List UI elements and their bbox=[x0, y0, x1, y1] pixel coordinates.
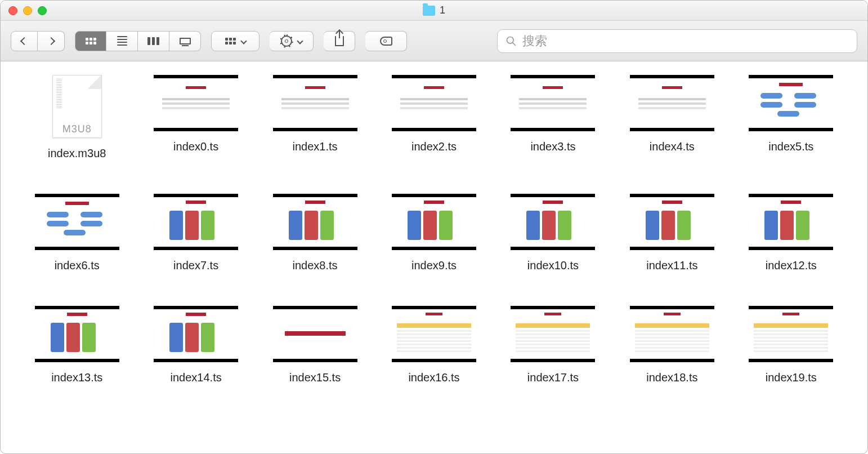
window-title-text: 1 bbox=[440, 5, 445, 16]
file-item[interactable]: index5.ts bbox=[737, 75, 845, 160]
file-thumbnail-video bbox=[273, 194, 357, 250]
view-column-button[interactable] bbox=[138, 31, 169, 51]
view-icon-button[interactable] bbox=[75, 31, 106, 51]
file-name: index16.ts bbox=[408, 371, 459, 384]
file-name: index10.ts bbox=[527, 259, 579, 272]
minimize-window-button[interactable] bbox=[23, 6, 32, 15]
back-button[interactable] bbox=[11, 31, 38, 51]
file-item[interactable]: index9.ts bbox=[380, 194, 487, 272]
file-item[interactable]: index11.ts bbox=[618, 194, 726, 272]
file-thumbnail-video bbox=[392, 194, 476, 250]
file-item[interactable]: index2.ts bbox=[380, 75, 487, 160]
close-window-button[interactable] bbox=[8, 6, 17, 15]
file-thumbnail-video bbox=[273, 75, 357, 131]
file-name: index19.ts bbox=[766, 371, 817, 384]
file-name: index7.ts bbox=[173, 259, 218, 272]
folder-icon bbox=[423, 6, 435, 16]
list-view-icon bbox=[117, 36, 127, 46]
file-item[interactable]: M3U8index.m3u8 bbox=[23, 75, 131, 160]
file-name: index13.ts bbox=[51, 371, 102, 384]
file-name: index.m3u8 bbox=[48, 147, 106, 160]
view-gallery-button[interactable] bbox=[169, 31, 201, 51]
file-name: index8.ts bbox=[293, 259, 338, 272]
file-name: index14.ts bbox=[171, 371, 222, 384]
file-name: index15.ts bbox=[289, 371, 341, 384]
file-item[interactable]: index17.ts bbox=[499, 306, 607, 384]
file-thumbnail-video bbox=[630, 75, 714, 131]
file-thumbnail-video bbox=[35, 194, 119, 250]
file-name: index12.ts bbox=[766, 259, 817, 272]
file-thumbnail-video bbox=[749, 194, 833, 250]
search-wrap: 搜索 bbox=[417, 29, 857, 53]
file-item[interactable]: index15.ts bbox=[261, 306, 369, 384]
gallery-view-icon bbox=[180, 38, 191, 44]
toolbar: 搜索 bbox=[1, 21, 867, 61]
window-title: 1 bbox=[423, 5, 445, 16]
file-thumbnail-video bbox=[749, 306, 833, 362]
file-thumbnail-video bbox=[630, 194, 714, 250]
view-mode-buttons bbox=[75, 31, 201, 51]
share-icon bbox=[335, 36, 344, 46]
search-placeholder: 搜索 bbox=[522, 33, 547, 50]
file-item[interactable]: index4.ts bbox=[618, 75, 726, 160]
tags-button[interactable] bbox=[365, 31, 407, 51]
zoom-window-button[interactable] bbox=[38, 6, 47, 15]
nav-buttons bbox=[11, 31, 65, 51]
file-item[interactable]: index1.ts bbox=[261, 75, 369, 160]
icon-view-icon bbox=[86, 38, 96, 44]
file-name: index17.ts bbox=[527, 371, 579, 384]
titlebar: 1 bbox=[1, 1, 867, 21]
file-name: index3.ts bbox=[530, 140, 575, 153]
finder-window: 1 bbox=[0, 0, 868, 454]
file-thumbnail-video bbox=[749, 75, 833, 131]
file-grid[interactable]: M3U8index.m3u8index0.tsindex1.tsindex2.t… bbox=[1, 61, 867, 453]
file-name: index4.ts bbox=[650, 140, 695, 153]
arrange-icon bbox=[225, 38, 236, 44]
file-item[interactable]: index6.ts bbox=[23, 194, 131, 272]
file-name: index2.ts bbox=[411, 140, 457, 153]
chevron-down-icon bbox=[240, 38, 247, 44]
file-name: index9.ts bbox=[411, 259, 457, 272]
tag-icon bbox=[380, 37, 392, 46]
file-name: index1.ts bbox=[293, 140, 338, 153]
file-item[interactable]: index7.ts bbox=[142, 194, 249, 272]
search-icon bbox=[505, 35, 517, 47]
file-item[interactable]: index13.ts bbox=[23, 306, 131, 384]
file-item[interactable]: index19.ts bbox=[737, 306, 845, 384]
file-thumbnail-video bbox=[392, 306, 476, 362]
view-list-button[interactable] bbox=[106, 31, 138, 51]
file-item[interactable]: index10.ts bbox=[499, 194, 607, 272]
file-item[interactable]: index0.ts bbox=[142, 75, 249, 160]
file-thumbnail-video bbox=[511, 75, 595, 131]
share-button[interactable] bbox=[324, 31, 355, 51]
file-name: index11.ts bbox=[646, 259, 697, 272]
search-field[interactable]: 搜索 bbox=[497, 29, 857, 53]
file-name: index6.ts bbox=[55, 259, 100, 272]
file-item[interactable]: index3.ts bbox=[499, 75, 607, 160]
file-thumbnail-document: M3U8 bbox=[52, 75, 102, 138]
chevron-down-icon bbox=[297, 38, 303, 44]
file-item[interactable]: index18.ts bbox=[618, 306, 726, 384]
arrange-button[interactable] bbox=[211, 31, 259, 51]
file-name: index18.ts bbox=[646, 371, 697, 384]
file-thumbnail-video bbox=[511, 194, 595, 250]
file-thumbnail-video bbox=[273, 306, 357, 362]
file-item[interactable]: index16.ts bbox=[380, 306, 487, 384]
gear-icon bbox=[281, 35, 292, 47]
action-menu-button[interactable] bbox=[270, 31, 314, 51]
file-thumbnail-video bbox=[511, 306, 595, 362]
forward-button[interactable] bbox=[38, 31, 65, 51]
file-thumbnail-video bbox=[154, 194, 238, 250]
file-thumbnail-video bbox=[630, 306, 714, 362]
file-thumbnail-video bbox=[35, 306, 119, 362]
column-view-icon bbox=[147, 37, 159, 45]
file-item[interactable]: index14.ts bbox=[142, 306, 249, 384]
svg-line-1 bbox=[513, 42, 516, 45]
file-name: index5.ts bbox=[768, 140, 813, 153]
file-name: index0.ts bbox=[173, 140, 218, 153]
file-item[interactable]: index8.ts bbox=[261, 194, 369, 272]
file-thumbnail-video bbox=[392, 75, 476, 131]
window-controls bbox=[8, 6, 47, 15]
file-item[interactable]: index12.ts bbox=[737, 194, 845, 272]
file-thumbnail-video bbox=[154, 75, 238, 131]
